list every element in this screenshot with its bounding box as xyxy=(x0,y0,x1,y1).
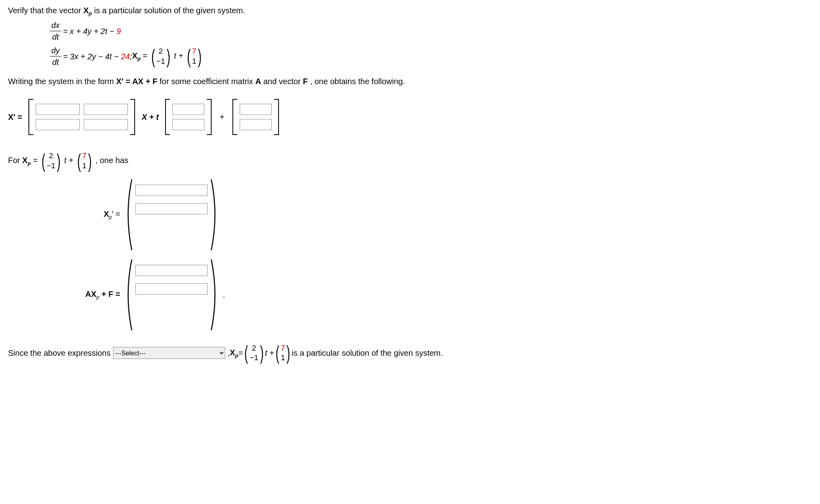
xp-prime-vector xyxy=(123,178,220,251)
period: . xyxy=(223,289,225,300)
right-paren-icon xyxy=(209,258,220,331)
xp-prime-row: Xp′ = xyxy=(56,178,812,251)
xp-prime-label: Xp′ = xyxy=(56,208,123,221)
plus-label: + xyxy=(220,111,224,123)
vector-const-cell-2[interactable] xyxy=(240,119,272,130)
final-vector-7-1: ( 7 1 ) xyxy=(274,343,292,363)
vector-7-1: ( 7 1 ) xyxy=(186,46,203,66)
axp-f-cell-1[interactable] xyxy=(135,265,208,276)
vector-t-cell-2[interactable] xyxy=(172,119,204,130)
left-paren-icon xyxy=(123,178,134,251)
x-plus-t-label: X + t xyxy=(141,111,159,123)
vector-t-2x1 xyxy=(165,99,212,135)
expressions-select[interactable]: ---Select--- xyxy=(113,347,225,359)
vector-2-neg1: ( 2 −1 ) xyxy=(150,46,172,66)
axp-plus-f-vector xyxy=(123,258,220,331)
matrix-A-cell-22[interactable] xyxy=(84,119,128,130)
for-vector-7-1: ( 7 1 ) xyxy=(76,151,93,171)
intro-line: Verify that the vector Xp is a particula… xyxy=(8,5,812,17)
final-sentence: Since the above expressions ---Select---… xyxy=(8,343,812,363)
intro-text-b: is a particular solution of the given sy… xyxy=(94,6,245,15)
equation-dy-dt: dy dt = 3x + 2y − 4t − 24; Xp = ( 2 −1 )… xyxy=(48,45,812,68)
axp-f-cell-2[interactable] xyxy=(135,283,208,294)
final-vector-2-neg1: ( 2 −1 ) xyxy=(243,343,265,363)
matrix-A-2x2 xyxy=(28,99,135,135)
vector-const-2x1 xyxy=(232,99,279,135)
right-paren-icon xyxy=(209,178,220,251)
eq2-rhs: = 3x + 2y − 4t − 24; xyxy=(63,51,132,62)
for-xp-line: For Xp = ( 2 −1 ) t + ( 7 1 ) , one has xyxy=(8,151,812,171)
vector-const-cell-1[interactable] xyxy=(240,104,272,115)
axp-plus-f-row: AXp + F = . xyxy=(56,258,812,331)
matrix-form-row: X′ = X + t + xyxy=(8,99,812,135)
writing-system-sentence: Writing the system in the form X′ = AX +… xyxy=(8,76,812,87)
for-vector-2-neg1: ( 2 −1 ) xyxy=(40,151,62,171)
intro-text-a: Verify that the vector xyxy=(8,6,83,15)
fraction-dx-dt: dx dt xyxy=(50,20,61,42)
matrix-A-cell-12[interactable] xyxy=(84,104,128,115)
x-prime-lhs: X′ = xyxy=(8,111,22,123)
xp-definition: Xp = ( 2 −1 ) t + ( 7 1 ) xyxy=(132,46,203,66)
xp-prime-cell-2[interactable] xyxy=(135,203,208,214)
fraction-dy-dt: dy dt xyxy=(50,45,61,68)
eq1-rhs: = x + 4y + 2t − 9 xyxy=(63,26,121,37)
xp-symbol: Xp xyxy=(83,6,94,15)
left-paren-icon xyxy=(123,258,134,331)
matrix-A-cell-11[interactable] xyxy=(36,104,80,115)
xp-prime-cell-1[interactable] xyxy=(135,185,208,196)
vector-t-cell-1[interactable] xyxy=(172,104,204,115)
matrix-A-cell-21[interactable] xyxy=(36,119,80,130)
equation-dx-dt: dx dt = x + 4y + 2t − 9 xyxy=(48,20,812,42)
axp-plus-f-label: AXp + F = xyxy=(56,288,123,301)
